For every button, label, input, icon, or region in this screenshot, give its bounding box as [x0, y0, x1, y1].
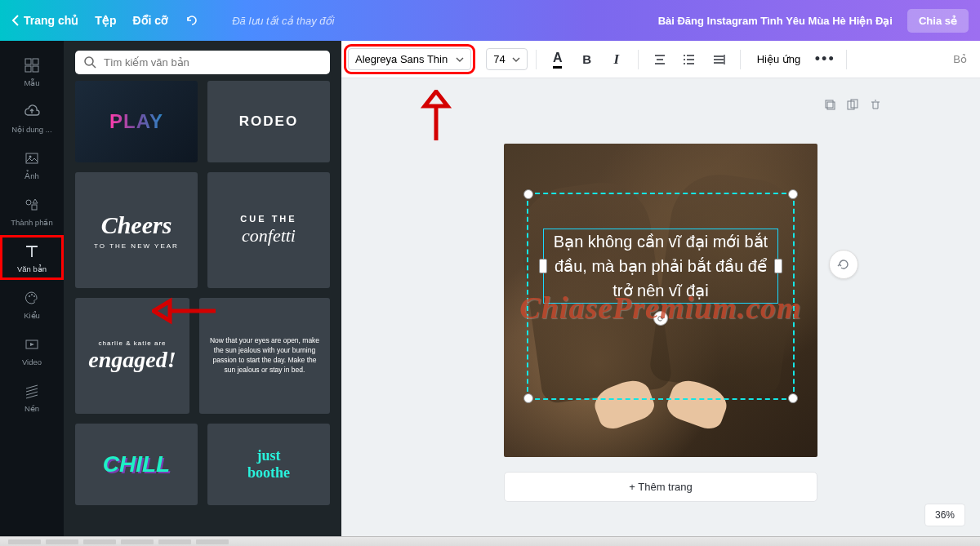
- text-element[interactable]: Bạn không cần vĩ đại mới bắt đầu, mà bạn…: [543, 229, 778, 304]
- svg-point-14: [684, 55, 685, 56]
- undo-button[interactable]: [185, 13, 199, 28]
- effects-button[interactable]: Hiệu ứng: [749, 49, 809, 69]
- svg-point-15: [684, 59, 685, 60]
- taskbar-item[interactable]: [121, 539, 154, 544]
- taskbar-item[interactable]: [196, 539, 229, 544]
- left-nav-rail: Mẫu Nội dung ... Ảnh Thành phần Văn bản …: [0, 41, 64, 536]
- chevron-down-icon: [512, 57, 520, 62]
- rail-video[interactable]: Video: [0, 328, 64, 373]
- rail-elements[interactable]: Thành phần: [0, 189, 64, 233]
- template-just[interactable]: just boothe: [207, 424, 330, 505]
- svg-rect-4: [26, 153, 38, 163]
- rail-styles[interactable]: Kiểu: [0, 282, 64, 326]
- home-label: Trang chủ: [24, 14, 78, 27]
- taskbar-item[interactable]: [83, 539, 116, 544]
- rail-photos[interactable]: Ảnh: [0, 142, 64, 187]
- font-dropdown[interactable]: Alegreya Sans Thin: [348, 48, 471, 70]
- delete-page-icon[interactable]: [869, 98, 882, 111]
- cloud-upload-icon: [22, 102, 42, 122]
- rail-uploads[interactable]: Nội dung ...: [0, 95, 64, 140]
- svg-point-9: [31, 294, 33, 295]
- rail-background[interactable]: Nền: [0, 375, 64, 419]
- image-icon: [22, 149, 42, 168]
- italic-button[interactable]: I: [604, 47, 630, 73]
- template-chill[interactable]: CHILL: [75, 424, 198, 505]
- svg-rect-7: [32, 205, 37, 210]
- text-handle-left[interactable]: [539, 259, 547, 273]
- template-rodeo[interactable]: RODEO: [207, 81, 330, 162]
- back-home-button[interactable]: Trang chủ: [11, 14, 78, 27]
- text-icon: [22, 242, 42, 261]
- refresh-button[interactable]: [829, 250, 858, 279]
- spacing-button[interactable]: [706, 47, 732, 73]
- add-page-button[interactable]: + Thêm trang: [504, 472, 817, 502]
- save-status: Đã lưu tất cả thay đổi: [232, 15, 334, 27]
- svg-point-8: [29, 295, 30, 297]
- zoom-level[interactable]: 36%: [924, 504, 965, 526]
- resize-button[interactable]: Đổi cỡ: [132, 14, 168, 27]
- resize-handle-bl[interactable]: [523, 393, 533, 403]
- resize-handle-tl[interactable]: [523, 189, 533, 199]
- svg-rect-17: [826, 100, 833, 108]
- svg-rect-2: [25, 66, 31, 72]
- resize-handle-tr[interactable]: [788, 189, 798, 199]
- design-canvas[interactable]: Bạn không cần vĩ đại mới bắt đầu, mà bạn…: [504, 144, 817, 457]
- search-input[interactable]: [104, 56, 322, 69]
- svg-point-6: [26, 200, 31, 205]
- text-handle-right[interactable]: [774, 259, 782, 273]
- svg-rect-3: [33, 66, 38, 72]
- svg-point-16: [684, 63, 685, 64]
- remove-button[interactable]: Bỏ: [947, 49, 973, 69]
- taskbar-item[interactable]: [158, 539, 191, 544]
- template-confetti[interactable]: CUE THE confetti: [207, 172, 330, 288]
- grid-icon: [22, 55, 42, 75]
- align-button[interactable]: [647, 47, 673, 73]
- template-cheers[interactable]: Cheers TO THE NEW YEAR: [75, 172, 198, 288]
- taskbar-item[interactable]: [46, 539, 78, 544]
- bold-button[interactable]: B: [574, 47, 600, 73]
- video-icon: [22, 335, 42, 354]
- resize-handle-br[interactable]: [788, 393, 798, 403]
- share-button[interactable]: Chia sẻ: [907, 9, 969, 33]
- font-size-dropdown[interactable]: 74: [486, 48, 527, 70]
- document-title[interactable]: Bài Đăng Instagram Tình Yêu Mùa Hè Hiện …: [658, 15, 893, 27]
- windows-taskbar: [0, 536, 980, 546]
- palette-icon: [22, 288, 42, 308]
- search-icon: [83, 55, 97, 69]
- rotate-handle[interactable]: ⟳: [653, 311, 668, 326]
- svg-rect-1: [33, 59, 38, 64]
- side-panel: PLAY RODEO Cheers TO THE NEW YEAR CUE TH…: [64, 41, 341, 536]
- canvas-area: Alegreya Sans Thin 74 A B I Hiệu ứng •••: [341, 41, 980, 536]
- svg-point-10: [33, 295, 35, 297]
- text-toolbar: Alegreya Sans Thin 74 A B I Hiệu ứng •••: [341, 41, 980, 78]
- copy-page-icon[interactable]: [823, 98, 836, 111]
- taskbar-item[interactable]: [8, 539, 41, 544]
- chevron-down-icon: [456, 57, 464, 62]
- file-menu[interactable]: Tệp: [95, 14, 116, 27]
- svg-point-5: [29, 156, 32, 158]
- duplicate-page-icon[interactable]: [846, 98, 859, 111]
- template-sunpara[interactable]: Now that your eyes are open, make the su…: [199, 298, 330, 414]
- text-color-button[interactable]: A: [545, 47, 571, 73]
- template-engaged[interactable]: charlie & katie are engaged!: [75, 298, 189, 414]
- list-button[interactable]: [676, 47, 702, 73]
- svg-point-12: [85, 57, 93, 65]
- texture-icon: [22, 381, 42, 401]
- svg-rect-18: [827, 102, 835, 109]
- shapes-icon: [22, 195, 42, 215]
- svg-rect-0: [25, 59, 31, 64]
- canvas-action-icons: [823, 98, 882, 111]
- search-input-wrapper[interactable]: [75, 51, 330, 74]
- rail-text[interactable]: Văn bản: [0, 235, 64, 280]
- template-play[interactable]: PLAY: [75, 81, 198, 162]
- rail-templates[interactable]: Mẫu: [0, 49, 64, 94]
- svg-line-13: [92, 64, 96, 68]
- more-button[interactable]: •••: [812, 47, 838, 73]
